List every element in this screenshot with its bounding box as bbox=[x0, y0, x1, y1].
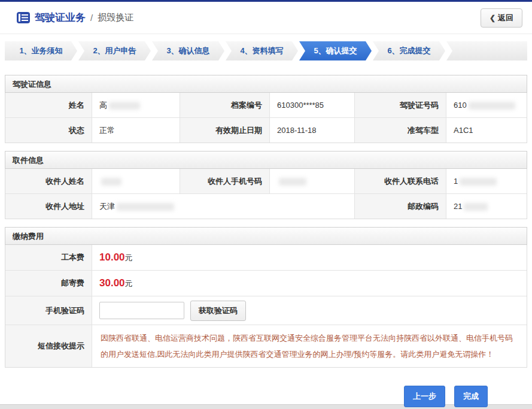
redacted-value bbox=[469, 102, 515, 110]
redacted-value bbox=[279, 178, 306, 186]
fee-unit: 元 bbox=[125, 279, 133, 288]
field-value-license-number: 610 bbox=[446, 93, 527, 117]
field-value-mailing-fee: 30.00元 bbox=[92, 270, 527, 296]
field-value-file-number: 610300****85 bbox=[269, 93, 354, 117]
step-1-business-notice: 1、业务须知 bbox=[5, 41, 77, 60]
step-2-user-declaration: 2、用户申告 bbox=[78, 41, 151, 60]
table-row: 姓名 高 档案编号 610300****85 驾驶证号码 610 bbox=[5, 93, 527, 117]
fee-amount: 10.00 bbox=[99, 252, 125, 263]
table-row: 短信接收提示 因陕西省联通、电信运营商技术问题，陕西省互联网交通安全综合服务管理… bbox=[5, 325, 527, 367]
sms-notice-text: 因陕西省联通、电信运营商技术问题，陕西省互联网交通安全综合服务管理平台无法向持陕… bbox=[92, 325, 527, 367]
field-label-mailing-fee: 邮寄费 bbox=[5, 270, 92, 296]
license-info-table: 姓名 高 档案编号 610300****85 驾驶证号码 610 状态 正常 有… bbox=[5, 93, 527, 143]
field-label-postal-code: 邮政编码 bbox=[354, 193, 446, 219]
page-subtitle: 损毁换证 bbox=[98, 12, 133, 23]
field-label-production-fee: 工本费 bbox=[5, 245, 92, 270]
redacted-value bbox=[101, 178, 121, 186]
field-value-status: 正常 bbox=[92, 117, 180, 143]
main-panel: 驾驶证业务 / 损毁换证 ❮ 返回 1、业务须知 2、用户申告 3、确认信息 4… bbox=[0, 0, 532, 405]
table-row: 收件人地址 天津 邮政编码 21 bbox=[5, 193, 527, 219]
table-row: 手机验证码 获取验证码 bbox=[5, 296, 527, 325]
section-title: 缴纳费用 bbox=[5, 227, 527, 245]
table-row: 工本费 10.00元 bbox=[5, 245, 527, 270]
fee-amount: 30.00 bbox=[99, 277, 125, 289]
get-sms-code-button[interactable]: 获取验证码 bbox=[190, 301, 246, 321]
field-label-sms-notice: 短信接收提示 bbox=[5, 325, 92, 367]
step-wizard: 1、业务须知 2、用户申告 3、确认信息 4、资料填写 5、确认提交 6、完成提… bbox=[5, 41, 527, 60]
field-value-name: 高 bbox=[92, 93, 180, 117]
license-list-icon bbox=[17, 12, 30, 23]
field-label-vehicle-class: 准驾车型 bbox=[354, 117, 446, 143]
field-label-recipient-mobile: 收件人手机号码 bbox=[180, 169, 269, 193]
step-6-finish-submit: 6、完成提交 bbox=[373, 41, 445, 60]
pickup-info-table: 收件人姓名 收件人手机号码 收件人联系电话 1 收件人地址 天津 邮政编码 21 bbox=[5, 169, 527, 219]
back-button[interactable]: ❮ 返回 bbox=[481, 8, 522, 28]
sms-code-input[interactable] bbox=[99, 302, 184, 319]
field-label-recipient-name: 收件人姓名 bbox=[5, 169, 92, 193]
field-label-name: 姓名 bbox=[5, 93, 92, 117]
section-fees: 缴纳费用 工本费 10.00元 邮寄费 30.00元 手机验证码 获取验证码 bbox=[5, 227, 527, 368]
field-value-postal-code: 21 bbox=[446, 193, 527, 219]
field-value-production-fee: 10.00元 bbox=[92, 245, 527, 270]
section-license-info: 驾驶证信息 姓名 高 档案编号 610300****85 驾驶证号码 610 状… bbox=[5, 75, 527, 143]
section-title: 取件信息 bbox=[5, 151, 527, 169]
field-value-expiry-date: 2018-11-18 bbox=[269, 117, 354, 143]
form-actions: 上一步 完成 bbox=[5, 386, 527, 407]
step-3-confirm-info: 3、确认信息 bbox=[152, 41, 224, 60]
field-value-recipient-phone: 1 bbox=[446, 169, 527, 193]
step-5-confirm-submit: 5、确认提交 bbox=[299, 41, 372, 60]
step-4-fill-data: 4、资料填写 bbox=[226, 41, 298, 60]
field-value-recipient-mobile bbox=[269, 169, 354, 193]
field-label-status: 状态 bbox=[5, 117, 92, 143]
redacted-value bbox=[117, 203, 174, 211]
redacted-value bbox=[460, 178, 497, 186]
field-value-recipient-name bbox=[92, 169, 180, 193]
field-label-expiry-date: 有效期止日期 bbox=[180, 117, 269, 143]
previous-step-button[interactable]: 上一步 bbox=[404, 386, 445, 407]
sms-code-field-group: 获取验证码 bbox=[92, 296, 527, 325]
field-value-vehicle-class: A1C1 bbox=[446, 117, 527, 143]
field-label-recipient-address: 收件人地址 bbox=[5, 193, 92, 219]
step-wizard-tail bbox=[446, 41, 527, 60]
field-label-recipient-phone: 收件人联系电话 bbox=[354, 169, 446, 193]
page-header: 驾驶证业务 / 损毁换证 ❮ 返回 bbox=[0, 2, 532, 34]
fee-unit: 元 bbox=[125, 253, 133, 262]
table-row: 收件人姓名 收件人手机号码 收件人联系电话 1 bbox=[5, 169, 527, 193]
finish-button[interactable]: 完成 bbox=[454, 386, 488, 407]
table-row: 状态 正常 有效期止日期 2018-11-18 准驾车型 A1C1 bbox=[5, 117, 527, 143]
field-label-file-number: 档案编号 bbox=[180, 93, 269, 117]
section-title: 驾驶证信息 bbox=[5, 75, 527, 93]
fees-table: 工本费 10.00元 邮寄费 30.00元 手机验证码 获取验证码 短信接收提示 bbox=[5, 245, 527, 368]
section-pickup-info: 取件信息 收件人姓名 收件人手机号码 收件人联系电话 1 收件人地址 天津 邮政… bbox=[5, 151, 527, 219]
page-title: 驾驶证业务 bbox=[35, 11, 86, 25]
table-row: 邮寄费 30.00元 bbox=[5, 270, 527, 296]
breadcrumb-separator: / bbox=[90, 13, 93, 23]
field-value-recipient-address: 天津 bbox=[92, 193, 354, 219]
chevron-left-icon: ❮ bbox=[490, 14, 495, 22]
breadcrumb: 驾驶证业务 / 损毁换证 bbox=[17, 11, 133, 25]
redacted-value bbox=[109, 102, 140, 110]
field-label-license-number: 驾驶证号码 bbox=[354, 93, 446, 117]
page-content: 驾驶证信息 姓名 高 档案编号 610300****85 驾驶证号码 610 状… bbox=[0, 75, 532, 407]
field-label-sms-code: 手机验证码 bbox=[5, 296, 92, 325]
redacted-value bbox=[464, 203, 488, 211]
back-button-label: 返回 bbox=[498, 13, 513, 23]
